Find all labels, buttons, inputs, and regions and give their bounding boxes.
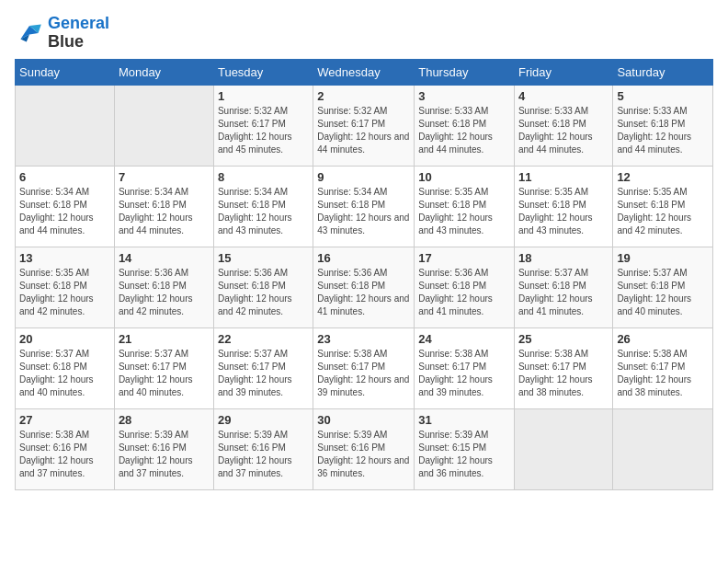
- day-info: Sunrise: 5:37 AM Sunset: 6:18 PM Dayligh…: [19, 348, 110, 399]
- weekday-header-row: SundayMondayTuesdayWednesdayThursdayFrid…: [16, 59, 713, 85]
- day-info: Sunrise: 5:38 AM Sunset: 6:17 PM Dayligh…: [317, 348, 410, 399]
- day-info: Sunrise: 5:37 AM Sunset: 6:18 PM Dayligh…: [518, 267, 609, 318]
- day-info: Sunrise: 5:36 AM Sunset: 6:18 PM Dayligh…: [317, 267, 410, 318]
- day-info: Sunrise: 5:32 AM Sunset: 6:17 PM Dayligh…: [218, 105, 309, 156]
- day-number: 27: [19, 413, 110, 427]
- day-number: 29: [218, 413, 309, 427]
- day-number: 3: [418, 89, 510, 103]
- calendar-day-cell: 12Sunrise: 5:35 AM Sunset: 6:18 PM Dayli…: [613, 166, 713, 247]
- day-number: 14: [119, 251, 210, 265]
- day-number: 4: [518, 89, 609, 103]
- calendar-day-cell: [514, 408, 612, 489]
- calendar-day-cell: 19Sunrise: 5:37 AM Sunset: 6:18 PM Dayli…: [613, 247, 713, 327]
- calendar-day-cell: 28Sunrise: 5:39 AM Sunset: 6:16 PM Dayli…: [114, 408, 213, 489]
- day-info: Sunrise: 5:39 AM Sunset: 6:16 PM Dayligh…: [119, 429, 210, 480]
- calendar-day-cell: 25Sunrise: 5:38 AM Sunset: 6:17 PM Dayli…: [514, 327, 612, 408]
- day-number: 5: [617, 89, 709, 103]
- calendar-day-cell: 22Sunrise: 5:37 AM Sunset: 6:17 PM Dayli…: [213, 327, 313, 408]
- logo: GeneralBlue: [15, 15, 109, 52]
- day-info: Sunrise: 5:39 AM Sunset: 6:15 PM Dayligh…: [418, 429, 510, 480]
- day-number: 21: [119, 332, 210, 346]
- weekday-header-cell: Saturday: [613, 59, 713, 85]
- weekday-header-cell: Friday: [514, 59, 612, 85]
- calendar-day-cell: 10Sunrise: 5:35 AM Sunset: 6:18 PM Dayli…: [415, 166, 515, 247]
- weekday-header-cell: Wednesday: [313, 59, 415, 85]
- day-info: Sunrise: 5:33 AM Sunset: 6:18 PM Dayligh…: [418, 105, 510, 156]
- day-number: 9: [317, 170, 410, 184]
- day-number: 2: [317, 89, 410, 103]
- day-info: Sunrise: 5:38 AM Sunset: 6:17 PM Dayligh…: [518, 348, 609, 399]
- day-info: Sunrise: 5:34 AM Sunset: 6:18 PM Dayligh…: [119, 186, 210, 237]
- calendar-day-cell: 6Sunrise: 5:34 AM Sunset: 6:18 PM Daylig…: [16, 166, 115, 247]
- calendar-week-row: 27Sunrise: 5:38 AM Sunset: 6:16 PM Dayli…: [16, 408, 713, 489]
- day-number: 28: [119, 413, 210, 427]
- day-number: 13: [19, 251, 110, 265]
- day-info: Sunrise: 5:36 AM Sunset: 6:18 PM Dayligh…: [418, 267, 510, 318]
- day-number: 1: [218, 89, 309, 103]
- day-number: 24: [418, 332, 510, 346]
- day-info: Sunrise: 5:36 AM Sunset: 6:18 PM Dayligh…: [119, 267, 210, 318]
- calendar-table: SundayMondayTuesdayWednesdayThursdayFrid…: [15, 59, 713, 490]
- calendar-day-cell: 4Sunrise: 5:33 AM Sunset: 6:18 PM Daylig…: [514, 85, 612, 166]
- calendar-day-cell: 13Sunrise: 5:35 AM Sunset: 6:18 PM Dayli…: [16, 247, 115, 327]
- day-number: 12: [617, 170, 709, 184]
- day-info: Sunrise: 5:32 AM Sunset: 6:17 PM Dayligh…: [317, 105, 410, 156]
- calendar-week-row: 13Sunrise: 5:35 AM Sunset: 6:18 PM Dayli…: [16, 247, 713, 327]
- calendar-day-cell: 16Sunrise: 5:36 AM Sunset: 6:18 PM Dayli…: [313, 247, 415, 327]
- calendar-day-cell: 24Sunrise: 5:38 AM Sunset: 6:17 PM Dayli…: [415, 327, 515, 408]
- logo-bird-icon: [15, 18, 44, 48]
- calendar-body: 1Sunrise: 5:32 AM Sunset: 6:17 PM Daylig…: [16, 85, 713, 489]
- calendar-day-cell: 27Sunrise: 5:38 AM Sunset: 6:16 PM Dayli…: [16, 408, 115, 489]
- day-number: 15: [218, 251, 309, 265]
- weekday-header-cell: Thursday: [415, 59, 515, 85]
- calendar-day-cell: 15Sunrise: 5:36 AM Sunset: 6:18 PM Dayli…: [213, 247, 313, 327]
- calendar-day-cell: 21Sunrise: 5:37 AM Sunset: 6:17 PM Dayli…: [114, 327, 213, 408]
- day-info: Sunrise: 5:34 AM Sunset: 6:18 PM Dayligh…: [19, 186, 110, 237]
- weekday-header-cell: Monday: [114, 59, 213, 85]
- calendar-day-cell: 11Sunrise: 5:35 AM Sunset: 6:18 PM Dayli…: [514, 166, 612, 247]
- calendar-day-cell: 18Sunrise: 5:37 AM Sunset: 6:18 PM Dayli…: [514, 247, 612, 327]
- calendar-day-cell: 26Sunrise: 5:38 AM Sunset: 6:17 PM Dayli…: [613, 327, 713, 408]
- calendar-day-cell: 7Sunrise: 5:34 AM Sunset: 6:18 PM Daylig…: [114, 166, 213, 247]
- day-info: Sunrise: 5:37 AM Sunset: 6:17 PM Dayligh…: [218, 348, 309, 399]
- day-info: Sunrise: 5:36 AM Sunset: 6:18 PM Dayligh…: [218, 267, 309, 318]
- day-number: 20: [19, 332, 110, 346]
- calendar-day-cell: 30Sunrise: 5:39 AM Sunset: 6:16 PM Dayli…: [313, 408, 415, 489]
- day-info: Sunrise: 5:38 AM Sunset: 6:17 PM Dayligh…: [617, 348, 709, 399]
- day-info: Sunrise: 5:33 AM Sunset: 6:18 PM Dayligh…: [617, 105, 709, 156]
- calendar-day-cell: 29Sunrise: 5:39 AM Sunset: 6:16 PM Dayli…: [213, 408, 313, 489]
- day-info: Sunrise: 5:39 AM Sunset: 6:16 PM Dayligh…: [218, 429, 309, 480]
- day-info: Sunrise: 5:38 AM Sunset: 6:16 PM Dayligh…: [19, 429, 110, 480]
- day-number: 26: [617, 332, 709, 346]
- day-info: Sunrise: 5:35 AM Sunset: 6:18 PM Dayligh…: [19, 267, 110, 318]
- calendar-day-cell: 14Sunrise: 5:36 AM Sunset: 6:18 PM Dayli…: [114, 247, 213, 327]
- day-number: 6: [19, 170, 110, 184]
- calendar-day-cell: 2Sunrise: 5:32 AM Sunset: 6:17 PM Daylig…: [313, 85, 415, 166]
- day-info: Sunrise: 5:35 AM Sunset: 6:18 PM Dayligh…: [518, 186, 609, 237]
- day-number: 7: [119, 170, 210, 184]
- day-info: Sunrise: 5:37 AM Sunset: 6:18 PM Dayligh…: [617, 267, 709, 318]
- calendar-day-cell: 20Sunrise: 5:37 AM Sunset: 6:18 PM Dayli…: [16, 327, 115, 408]
- calendar-day-cell: 3Sunrise: 5:33 AM Sunset: 6:18 PM Daylig…: [415, 85, 515, 166]
- day-info: Sunrise: 5:34 AM Sunset: 6:18 PM Dayligh…: [218, 186, 309, 237]
- day-number: 8: [218, 170, 309, 184]
- day-number: 22: [218, 332, 309, 346]
- day-info: Sunrise: 5:33 AM Sunset: 6:18 PM Dayligh…: [518, 105, 609, 156]
- day-number: 16: [317, 251, 410, 265]
- calendar-week-row: 20Sunrise: 5:37 AM Sunset: 6:18 PM Dayli…: [16, 327, 713, 408]
- day-number: 17: [418, 251, 510, 265]
- calendar-day-cell: 5Sunrise: 5:33 AM Sunset: 6:18 PM Daylig…: [613, 85, 713, 166]
- day-number: 18: [518, 251, 609, 265]
- day-number: 10: [418, 170, 510, 184]
- calendar-day-cell: 17Sunrise: 5:36 AM Sunset: 6:18 PM Dayli…: [415, 247, 515, 327]
- weekday-header-cell: Sunday: [16, 59, 115, 85]
- calendar-week-row: 1Sunrise: 5:32 AM Sunset: 6:17 PM Daylig…: [16, 85, 713, 166]
- day-info: Sunrise: 5:35 AM Sunset: 6:18 PM Dayligh…: [617, 186, 709, 237]
- day-number: 31: [418, 413, 510, 427]
- day-info: Sunrise: 5:37 AM Sunset: 6:17 PM Dayligh…: [119, 348, 210, 399]
- calendar-day-cell: [114, 85, 213, 166]
- calendar-day-cell: [16, 85, 115, 166]
- calendar-day-cell: [613, 408, 713, 489]
- calendar-day-cell: 9Sunrise: 5:34 AM Sunset: 6:18 PM Daylig…: [313, 166, 415, 247]
- day-number: 23: [317, 332, 410, 346]
